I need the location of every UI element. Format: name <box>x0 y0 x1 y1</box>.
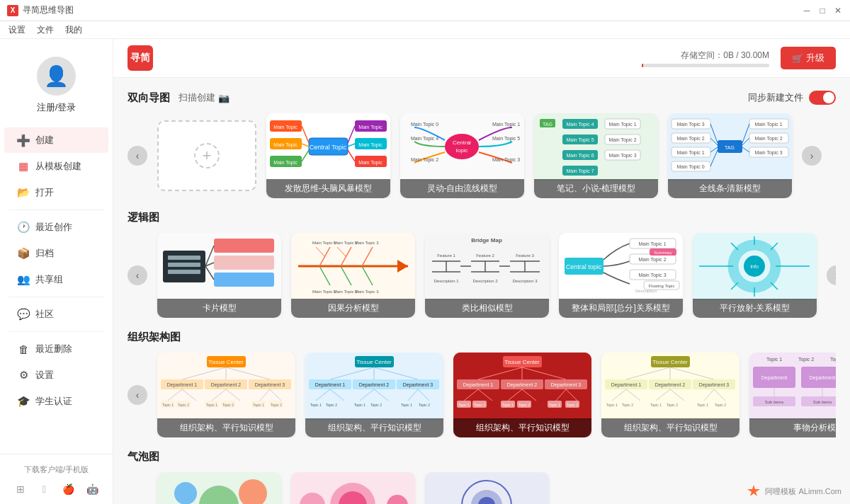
card-label-compare: 类比相似模型 <box>425 299 549 318</box>
svg-text:Topic 1: Topic 1 <box>458 403 470 407</box>
svg-text:Topic 1: Topic 1 <box>650 403 662 407</box>
sidebar-item-community[interactable]: 💬 社区 <box>4 302 108 327</box>
card-card-map[interactable]: 卡片模型 <box>157 233 281 318</box>
card-label-overall: 整体和局部[总分]关系模型 <box>559 299 683 318</box>
next-arrow-logic[interactable]: › <box>827 265 836 285</box>
sidebar-item-open[interactable]: 📂 打开 <box>4 180 108 205</box>
section-logic: 逻辑图 ‹ <box>128 211 836 318</box>
card-label-fullline: 全线条-清新模型 <box>668 179 792 198</box>
content-header: 寻简 存储空间：0B / 30.00M 🛒 升级 <box>113 39 850 78</box>
card-note[interactable]: TAG Main Topic 4 Main Topic 1 Main Topic… <box>534 113 658 198</box>
card-overall[interactable]: Central topic Main Topic 1 Main Topic 2 <box>559 233 683 318</box>
svg-text:Description: Description <box>635 289 657 293</box>
svg-text:Department 1: Department 1 <box>167 382 198 388</box>
svg-text:Department 2: Department 2 <box>211 382 242 388</box>
svg-text:Description 3: Description 3 <box>512 279 538 283</box>
section-subtitle-mindmap: 扫描创建 📷 <box>178 91 230 104</box>
card-org4-image: Tissue Center Department 1 Department 2 … <box>601 353 740 420</box>
avatar[interactable]: 👤 <box>37 57 76 96</box>
compare-svg: Bridge Map Fea <box>425 233 549 300</box>
svg-text:Sub items: Sub items <box>765 400 784 404</box>
sidebar-item-label: 共享组 <box>35 273 63 286</box>
titlebar: X 寻简思维导图 ─ □ ✕ <box>0 0 850 21</box>
section-mindmap: 双向导图 扫描创建 📷 同步新建文件 ‹ <box>128 91 836 198</box>
menu-file[interactable]: 文件 <box>37 24 54 36</box>
card-label-org3: 组织架构、平行知识模型 <box>453 418 591 437</box>
org2-svg: Tissue Center Department 1 Department 2 … <box>305 353 443 420</box>
card-org2[interactable]: Tissue Center Department 1 Department 2 … <box>305 353 443 437</box>
card-compare-image: Bridge Map Fea <box>425 233 549 300</box>
card-flow[interactable]: Central topic Main Topic 0 Main T <box>400 113 524 198</box>
svg-text:Main Topic 1: Main Topic 1 <box>638 241 666 247</box>
prev-arrow-logic[interactable]: ‹ <box>128 265 147 285</box>
card-org4[interactable]: Tissue Center Department 1 Department 2 … <box>601 353 740 437</box>
login-register-button[interactable]: 注册/登录 <box>37 101 76 114</box>
card-fullline[interactable]: Main Topic 3 Main Topic 2 Main Topic 1 M… <box>668 113 792 198</box>
svg-text:Topic 2: Topic 2 <box>326 403 337 407</box>
svg-rect-76 <box>168 270 200 274</box>
windows-icon[interactable]: ⊞ <box>13 482 28 496</box>
prev-arrow-org[interactable]: ‹ <box>128 385 147 405</box>
next-arrow-mindmap[interactable]: › <box>802 146 822 166</box>
parallel-svg: Info <box>693 233 817 300</box>
svg-text:Main Topic 2: Main Topic 2 <box>754 136 782 142</box>
svg-text:Main Topic 2: Main Topic 2 <box>638 257 666 263</box>
svg-text:Topic 1: Topic 1 <box>206 403 217 407</box>
main-layout: 👤 注册/登录 ➕ 创建 ▦ 从模板创建 📂 打开 🕐 最近创作 <box>0 39 850 504</box>
upgrade-icon: 🛒 <box>792 53 803 64</box>
menu-mine[interactable]: 我的 <box>65 24 82 36</box>
sidebar-item-label: 创建 <box>35 134 54 147</box>
section-title-org: 组织架构图 <box>128 331 181 344</box>
sidebar-item-archive[interactable]: 📦 归档 <box>4 241 108 266</box>
sidebar-item-template[interactable]: ▦ 从模板创建 <box>4 154 108 179</box>
card-org1[interactable]: Tissue Center Department 1 Department 2 <box>157 353 295 437</box>
card-org3[interactable]: Tissue Center Department 1 Department 2 … <box>453 353 591 437</box>
card-fishbone[interactable]: Main Topic 1 Main Topic 2 Main Topic 3 M… <box>291 233 415 318</box>
settings-icon: ⚙ <box>17 369 30 382</box>
card-scatter-image: Central Topic Main Topic Main Topic Main… <box>266 113 390 181</box>
upgrade-button[interactable]: 🛒 升级 <box>781 47 836 69</box>
card-compare[interactable]: Bridge Map Fea <box>425 233 549 318</box>
sidebar-item-share[interactable]: 👥 共享组 <box>4 267 108 292</box>
new-card-mindmap[interactable]: + <box>157 120 256 191</box>
svg-text:Main Topic 7: Main Topic 7 <box>566 168 594 174</box>
maximize-button[interactable]: □ <box>817 6 827 16</box>
storage-text: 存储空间：0B / 30.00M <box>681 50 769 60</box>
card-bubble2[interactable]: 双气泡模型 <box>291 472 415 504</box>
svg-text:Main Topic: Main Topic <box>358 160 382 166</box>
card-scatter[interactable]: Central Topic Main Topic Main Topic Main… <box>266 113 390 198</box>
menu-settings[interactable]: 设置 <box>8 24 26 36</box>
card-bubble3[interactable]: 环形气泡图 <box>425 472 549 504</box>
prev-arrow-mindmap[interactable]: ‹ <box>128 146 147 166</box>
close-button[interactable]: ✕ <box>833 6 843 16</box>
apple-icon[interactable]:  <box>38 482 52 496</box>
sidebar-item-create[interactable]: ➕ 创建 <box>4 127 108 153</box>
card-org5[interactable]: Topic 1 Topic 2 Topic 3 Department Depar… <box>749 353 836 437</box>
svg-text:Main Topic 3: Main Topic 3 <box>355 290 379 294</box>
sidebar-item-settings[interactable]: ⚙ 设置 <box>4 362 108 388</box>
svg-text:Main Topic 2: Main Topic 2 <box>676 136 704 142</box>
svg-text:Main Topic 3: Main Topic 3 <box>355 241 379 245</box>
svg-text:Topic 1: Topic 1 <box>606 403 618 407</box>
svg-text:Main Topic 1: Main Topic 1 <box>754 122 782 127</box>
android-icon[interactable]: 🤖 <box>86 482 100 496</box>
svg-text:Department 2: Department 2 <box>507 382 538 388</box>
sync-toggle[interactable] <box>809 91 836 105</box>
minimize-button[interactable]: ─ <box>802 6 812 16</box>
svg-text:Topic 1: Topic 1 <box>354 403 366 407</box>
card-parallel[interactable]: Info 平行 <box>693 233 817 318</box>
nav-divider-2 <box>8 297 104 297</box>
svg-text:Feature 2: Feature 2 <box>476 253 494 258</box>
card-bubble1[interactable]: 气泡图模型 <box>157 472 281 504</box>
cards-row-logic: ‹ <box>128 233 836 318</box>
header-right: 存储空间：0B / 30.00M 🛒 升级 <box>642 47 836 69</box>
macos-icon[interactable]: 🍎 <box>62 482 76 496</box>
svg-text:Topic 2: Topic 2 <box>474 403 485 407</box>
svg-text:Feature 3: Feature 3 <box>516 253 534 258</box>
section-header-bubble: 气泡图 <box>128 450 836 464</box>
sidebar-item-recent[interactable]: 🕐 最近创作 <box>4 214 108 240</box>
card-label-org2: 组织架构、平行知识模型 <box>305 418 443 437</box>
sidebar-item-student[interactable]: 🎓 学生认证 <box>4 389 108 414</box>
sidebar-item-trash[interactable]: 🗑 最近删除 <box>4 336 108 362</box>
svg-text:Department 1: Department 1 <box>463 382 494 388</box>
